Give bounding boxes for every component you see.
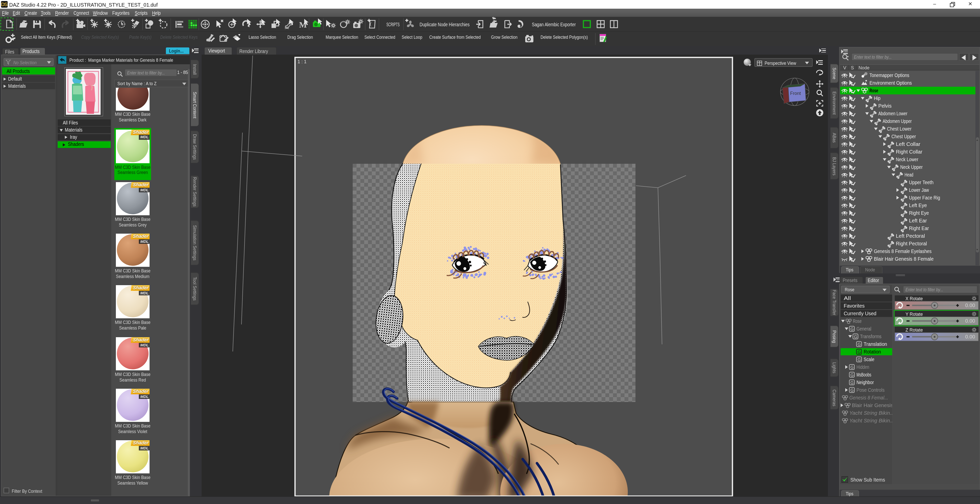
svg-text:Yacht String Bikin...: Yacht String Bikin... xyxy=(850,410,892,416)
svg-text:Rose: Rose xyxy=(870,88,878,94)
svg-text:Yacht String Bikin...: Yacht String Bikin... xyxy=(850,418,892,423)
svg-text:Genesis 8 Femal...: Genesis 8 Femal... xyxy=(850,395,888,401)
svg-text:Rose: Rose xyxy=(853,318,862,324)
svg-text:Hidden: Hidden xyxy=(856,364,869,370)
svg-text:Show Sub Items: Show Sub Items xyxy=(850,477,885,483)
svg-text:Y Rotate: Y Rotate xyxy=(905,311,923,317)
svg-text:Upper Face Rig: Upper Face Rig xyxy=(909,195,940,200)
svg-text:Rotation: Rotation xyxy=(864,349,881,355)
svg-text:Genesis 8 Female Eyelashes: Genesis 8 Female Eyelashes xyxy=(874,249,932,254)
svg-text:Left Pectoral: Left Pectoral xyxy=(896,233,925,239)
svg-text:Pelvis: Pelvis xyxy=(878,103,891,109)
svg-text:0.00: 0.00 xyxy=(965,334,975,339)
svg-text:Neck Upper: Neck Upper xyxy=(900,164,923,170)
svg-text:Right Collar: Right Collar xyxy=(896,149,922,155)
svg-text:Abdomen Lower: Abdomen Lower xyxy=(878,111,907,116)
svg-text:Environment Options: Environment Options xyxy=(870,80,912,86)
svg-text:Abdomen Upper: Abdomen Upper xyxy=(883,118,912,124)
svg-text:Lower Jaw: Lower Jaw xyxy=(909,187,929,193)
svg-text:Left Collar: Left Collar xyxy=(896,141,920,147)
svg-text:Scale: Scale xyxy=(864,357,874,362)
svg-text:Tonemapper Options: Tonemapper Options xyxy=(870,73,909,78)
svg-text:Translation: Translation xyxy=(864,341,887,347)
svg-text:MsBoobs: MsBoobs xyxy=(856,372,871,377)
svg-text:Right Pectoral: Right Pectoral xyxy=(896,241,927,246)
svg-text:Sagan Alembic Exporter: Sagan Alembic Exporter xyxy=(532,21,576,27)
svg-text:Head: Head xyxy=(905,172,913,178)
svg-text:Duplicate Node Hierarchies: Duplicate Node Hierarchies xyxy=(420,21,469,27)
svg-text:General: General xyxy=(856,326,871,331)
svg-text:Neighbor: Neighbor xyxy=(856,380,874,385)
svg-text:Pose Controls: Pose Controls xyxy=(856,387,885,393)
svg-text:Currently Used: Currently Used xyxy=(844,311,877,316)
svg-text:Hip: Hip xyxy=(874,95,880,101)
svg-text:X Rotate: X Rotate xyxy=(905,296,923,301)
svg-text:Neck Lower: Neck Lower xyxy=(896,157,918,162)
svg-text:All: All xyxy=(844,295,851,301)
svg-text:Right Ear: Right Ear xyxy=(909,225,929,231)
svg-text:Blair Hair Genesis 8 Female: Blair Hair Genesis 8 Female xyxy=(874,256,934,262)
svg-text:Right Eye: Right Eye xyxy=(909,210,929,216)
svg-text:0.00: 0.00 xyxy=(965,303,975,308)
svg-text:Blair Hair Genesis ...: Blair Hair Genesis ... xyxy=(852,403,892,408)
svg-text:SCRIPTS: SCRIPTS xyxy=(387,22,400,27)
svg-text:Chest Lower: Chest Lower xyxy=(887,126,912,132)
svg-text:Left Eye: Left Eye xyxy=(909,203,927,208)
svg-text:0.00: 0.00 xyxy=(965,318,975,324)
svg-text:Front: Front xyxy=(790,91,801,96)
svg-text:Favorites: Favorites xyxy=(844,303,865,309)
svg-text:Z Rotate: Z Rotate xyxy=(905,327,923,333)
svg-text:Upper Teeth: Upper Teeth xyxy=(909,179,934,185)
svg-text:Transforms: Transforms xyxy=(860,334,881,339)
svg-text:Left Ear: Left Ear xyxy=(909,218,927,223)
svg-text:Chest Upper: Chest Upper xyxy=(891,134,916,139)
